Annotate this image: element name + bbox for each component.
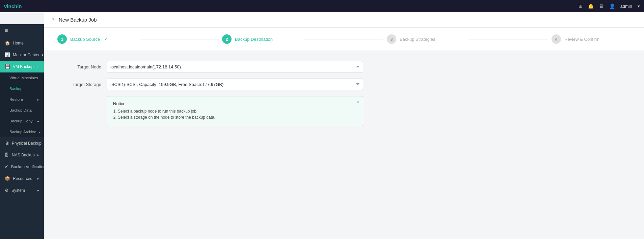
sidebar-item-vm-backup[interactable]: 💾 VM Backup ✓ xyxy=(0,61,44,72)
wizard-step-1[interactable]: 1 Backup Source ✓ xyxy=(57,34,136,44)
sidebar-item-backup[interactable]: Backup xyxy=(0,83,44,94)
notice-item-1: Select a backup node to run this backup … xyxy=(118,109,357,114)
wizard-step-4: 4 Review & Confirm xyxy=(552,34,630,44)
logo: vinchin xyxy=(4,3,22,9)
sidebar-item-backup-data[interactable]: Backup Data xyxy=(0,105,44,116)
target-storage-label: Target Storage xyxy=(57,82,101,87)
chevron-restore-icon: ▸ xyxy=(37,98,39,101)
target-node-select[interactable]: localhost.localdomain(172.18.14.50) xyxy=(107,61,363,72)
sidebar-item-restore[interactable]: Restore ▸ xyxy=(0,94,44,105)
target-node-row: Target Node localhost.localdomain(172.18… xyxy=(57,61,402,72)
sidebar: ≡ 🏠 Home 📊 Monitor Center ▸ 💾 VM Backup … xyxy=(0,24,44,239)
step-4-label: Review & Confirm xyxy=(564,37,599,42)
home-icon: 🏠 xyxy=(5,40,10,46)
refresh-icon[interactable]: ↻ xyxy=(52,17,56,23)
sidebar-item-physical-backup[interactable]: 🖥 Physical Backup ▸ xyxy=(0,137,44,149)
step-1-label: Backup Source xyxy=(70,37,100,42)
wizard-step-2[interactable]: 2 Backup Destination xyxy=(222,34,301,44)
notice-close-icon[interactable]: × xyxy=(357,99,359,104)
sidebar-toggle[interactable]: ≡ xyxy=(0,24,44,37)
sidebar-sub-vm: Virtual Machines Backup Restore ▸ Backup… xyxy=(0,72,44,137)
chevron-backup-copy-icon: ▸ xyxy=(37,119,39,123)
step-4-circle: 4 xyxy=(552,34,561,44)
sidebar-item-virtual-machines[interactable]: Virtual Machines xyxy=(0,72,44,83)
sidebar-label-virtual-machines: Virtual Machines xyxy=(9,76,38,80)
grid-icon[interactable]: ⊞ xyxy=(579,3,583,9)
sidebar-item-backup-copy[interactable]: Backup Copy ▸ xyxy=(0,116,44,126)
vm-backup-icon: 💾 xyxy=(5,64,10,69)
backup-verification-icon: ✔ xyxy=(5,164,8,169)
sidebar-label-backup: Backup xyxy=(9,87,22,91)
bell-icon[interactable]: 🔔 xyxy=(588,3,594,9)
target-node-label: Target Node xyxy=(57,64,101,69)
chevron-system-icon: ▸ xyxy=(37,188,39,192)
chevron-monitor-icon: ▸ xyxy=(42,53,44,57)
sidebar-item-backup-archive[interactable]: Backup Archive ▸ xyxy=(0,126,44,137)
chevron-nas-backup-icon: ▸ xyxy=(37,153,39,157)
step-divider-3-4 xyxy=(469,39,548,39)
chevron-resources-icon: ▸ xyxy=(37,177,39,180)
monitor-icon[interactable]: 🖥 xyxy=(599,3,604,9)
step-2-label: Backup Destination xyxy=(235,37,273,42)
sidebar-label-backup-verification: Backup Verification xyxy=(11,165,44,169)
step-divider-1-2 xyxy=(140,39,219,39)
page-header: ↻ New Backup Job xyxy=(44,12,644,28)
nas-backup-icon: 🗄 xyxy=(5,152,9,157)
notice-item-2: Select a storage on the node to store th… xyxy=(118,115,357,120)
monitor-center-icon: 📊 xyxy=(5,52,10,57)
user-icon[interactable]: 👤 xyxy=(609,3,615,9)
physical-backup-icon: 🖥 xyxy=(5,141,9,146)
step-3-circle: 3 xyxy=(387,34,396,44)
wizard-step-3: 3 Backup Strategies xyxy=(387,34,466,44)
sidebar-label-restore: Restore xyxy=(9,97,23,101)
step-1-check-icon: ✓ xyxy=(105,37,108,41)
sidebar-label-vm-backup: VM Backup xyxy=(13,64,33,69)
system-icon: ⚙ xyxy=(5,188,9,193)
notice-list: Select a backup node to run this backup … xyxy=(113,109,357,120)
sidebar-item-home[interactable]: 🏠 Home xyxy=(0,37,44,49)
notice-box: Notice Select a backup node to run this … xyxy=(107,96,363,126)
sidebar-label-resources: Resources xyxy=(13,176,32,181)
sidebar-label-nas-backup: NAS Backup xyxy=(12,153,35,157)
sidebar-label-home: Home xyxy=(13,41,24,46)
topbar-right: ⊞ 🔔 🖥 👤 admin ▾ xyxy=(579,3,640,9)
step-3-label: Backup Strategies xyxy=(400,37,435,42)
step-divider-2-3 xyxy=(304,39,383,39)
form-area: Target Node localhost.localdomain(172.18… xyxy=(44,51,415,136)
sidebar-item-nas-backup[interactable]: 🗄 NAS Backup ▸ xyxy=(0,149,44,161)
step-1-circle: 1 xyxy=(57,34,67,44)
step-2-circle: 2 xyxy=(222,34,232,44)
target-storage-select[interactable]: iSCSI1(iSCSI, Capacity :199.9GB, Free Sp… xyxy=(107,79,363,90)
wizard-steps: 1 Backup Source ✓ 2 Backup Destination 3… xyxy=(44,28,644,51)
sidebar-label-backup-data: Backup Data xyxy=(9,108,32,112)
topbar: vinchin ⊞ 🔔 🖥 👤 admin ▾ xyxy=(0,0,644,12)
sidebar-item-monitor-center[interactable]: 📊 Monitor Center ▸ xyxy=(0,49,44,61)
main-content: ↻ New Backup Job 1 Backup Source ✓ 2 Bac… xyxy=(44,12,644,239)
user-chevron-icon: ▾ xyxy=(638,4,640,9)
username: admin xyxy=(620,4,632,9)
target-storage-row: Target Storage iSCSI1(iSCSI, Capacity :1… xyxy=(57,79,402,90)
sidebar-label-monitor-center: Monitor Center xyxy=(13,53,39,57)
sidebar-label-backup-copy: Backup Copy xyxy=(9,119,32,123)
page-title: New Backup Job xyxy=(59,17,97,23)
sidebar-label-system: System xyxy=(11,188,25,193)
sidebar-item-backup-verification[interactable]: ✔ Backup Verification ▸ xyxy=(0,161,44,173)
sidebar-label-physical-backup: Physical Backup xyxy=(12,141,42,146)
sidebar-label-backup-archive: Backup Archive xyxy=(9,130,36,134)
resources-icon: 📦 xyxy=(5,176,10,181)
notice-title: Notice xyxy=(113,101,357,106)
chevron-backup-archive-icon: ▸ xyxy=(39,130,41,134)
sidebar-item-resources[interactable]: 📦 Resources ▸ xyxy=(0,173,44,184)
chevron-vm-backup-icon: ✓ xyxy=(36,65,39,68)
sidebar-item-system[interactable]: ⚙ System ▸ xyxy=(0,184,44,196)
